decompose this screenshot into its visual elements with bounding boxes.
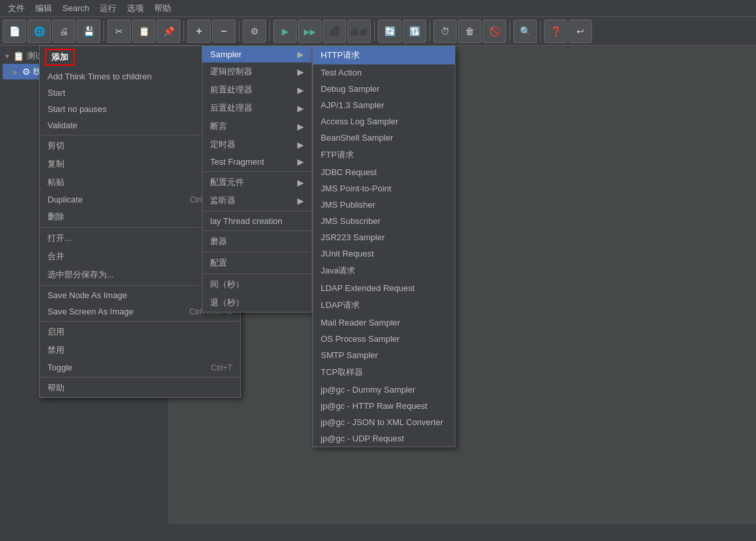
sampler-jms-sub[interactable]: JMS Subscriber bbox=[313, 213, 455, 229]
stop2-button[interactable] bbox=[347, 20, 371, 43]
sampler-smtp[interactable]: SMTP Sampler bbox=[313, 347, 455, 363]
listener-arrow: ▶ bbox=[297, 196, 304, 206]
stop-button[interactable] bbox=[323, 20, 346, 43]
timer-button[interactable] bbox=[433, 20, 457, 43]
arrow-button[interactable] bbox=[569, 20, 592, 43]
sampler-mail-label: Mail Reader Sampler bbox=[321, 318, 400, 327]
sampler-jpgc-json[interactable]: jp@gc - JSON to XML Converter bbox=[313, 414, 455, 430]
ctx-enable[interactable]: 启用 bbox=[40, 323, 240, 341]
sampler-jsr223-label: JSR223 Sampler bbox=[321, 232, 385, 242]
sampler-jpgc-http-raw[interactable]: jp@gc - HTTP Raw Request bbox=[313, 398, 455, 414]
new-button[interactable] bbox=[3, 20, 26, 43]
ctx-toggle-shortcut: Ctrl+T bbox=[211, 363, 232, 372]
sampler-jdbc-label: JDBC Request bbox=[321, 167, 377, 177]
menu-help[interactable]: 帮助 bbox=[149, 1, 176, 16]
sampler-jdbc[interactable]: JDBC Request bbox=[313, 164, 455, 180]
expand-arrow2: ▶ bbox=[13, 68, 22, 76]
play-button[interactable] bbox=[273, 20, 297, 43]
ctx-enable-label: 启用 bbox=[47, 326, 64, 338]
paste-button[interactable] bbox=[157, 20, 180, 43]
sampler-tcp-label: TCP取样器 bbox=[321, 367, 363, 378]
add-testfragment[interactable]: Test Fragment ▶ bbox=[202, 154, 312, 170]
add-tui[interactable]: 退（秒） bbox=[202, 294, 312, 312]
add-sampler[interactable]: Sampler ▶ bbox=[202, 46, 312, 62]
add-peizhi-label: 配置 bbox=[210, 257, 227, 269]
clearall-button[interactable] bbox=[483, 20, 506, 43]
add-post[interactable]: 后置处理器 ▶ bbox=[202, 99, 312, 117]
add-timer[interactable]: 定时器 ▶ bbox=[202, 135, 312, 154]
add-jian[interactable]: 间（秒） bbox=[202, 275, 312, 294]
sampler-jms-p2p[interactable]: JMS Point-to-Point bbox=[313, 180, 455, 197]
ctx-help[interactable]: 帮助 bbox=[40, 379, 240, 397]
sampler-ldap[interactable]: LDAP请求 bbox=[313, 296, 455, 314]
add-logic[interactable]: 逻辑控制器 ▶ bbox=[202, 62, 312, 81]
threadgroup-icon: ⚙ bbox=[22, 66, 31, 77]
add-lay[interactable]: lay Thread creation bbox=[202, 213, 312, 229]
open-icon bbox=[34, 25, 45, 37]
sampler-mail[interactable]: Mail Reader Sampler bbox=[313, 314, 455, 331]
sampler-jsr223[interactable]: JSR223 Sampler bbox=[313, 229, 455, 245]
ctx-disable-label: 禁用 bbox=[47, 344, 64, 356]
ctx-merge-label: 合并 bbox=[47, 251, 64, 262]
menubar: 文件 编辑 Search 运行 选项 帮助 bbox=[0, 0, 756, 17]
remote2-button[interactable] bbox=[403, 20, 426, 43]
browse-button[interactable] bbox=[513, 20, 537, 43]
menu-search[interactable]: Search bbox=[57, 2, 94, 14]
sampler-smtp-label: SMTP Sampler bbox=[321, 350, 378, 360]
ctx-copy-label: 复制 bbox=[47, 158, 64, 170]
sampler-ajp[interactable]: AJP/1.3 Sampler bbox=[313, 97, 455, 113]
add-config[interactable]: 配置元件 ▶ bbox=[202, 173, 312, 191]
copy-button[interactable] bbox=[132, 20, 155, 43]
help-button[interactable] bbox=[544, 20, 567, 43]
ctx-save-screen-label: Save Screen As Image bbox=[47, 307, 133, 316]
ctx-disable[interactable]: 禁用 bbox=[40, 341, 240, 359]
sep7 bbox=[509, 21, 510, 41]
sampler-tcp[interactable]: TCP取样器 bbox=[313, 363, 455, 381]
add-peizhi[interactable]: 配置 bbox=[202, 254, 312, 272]
sampler-access-log[interactable]: Access Log Sampler bbox=[313, 113, 455, 130]
add-sampler-label: Sampler bbox=[210, 49, 241, 59]
open-button[interactable] bbox=[27, 20, 51, 43]
toolbar bbox=[0, 17, 756, 46]
play2-icon bbox=[304, 25, 316, 37]
clear-button[interactable] bbox=[458, 20, 481, 43]
sampler-os[interactable]: OS Process Sampler bbox=[313, 331, 455, 347]
add-moqi[interactable]: 磨器 bbox=[202, 232, 312, 251]
add-assert[interactable]: 断言 ▶ bbox=[202, 117, 312, 135]
remote-button[interactable] bbox=[378, 20, 401, 43]
sampler-jms-pub[interactable]: JMS Publisher bbox=[313, 197, 455, 213]
ctx-toggle[interactable]: Toggle Ctrl+T bbox=[40, 359, 240, 376]
sampler-test-action[interactable]: Test Action bbox=[313, 64, 455, 81]
add-listener[interactable]: 监听器 ▶ bbox=[202, 191, 312, 210]
play2-button[interactable] bbox=[298, 20, 321, 43]
sampler-beanshell[interactable]: BeanShell Sampler bbox=[313, 130, 455, 146]
sampler-jpgc-dummy[interactable]: jp@gc - Dummy Sampler bbox=[313, 381, 455, 398]
expand-button[interactable] bbox=[187, 20, 211, 43]
shrink-button[interactable] bbox=[212, 20, 236, 43]
menu-edit[interactable]: 编辑 bbox=[30, 1, 57, 16]
sampler-jpgc-udp[interactable]: jp@gc - UDP Request bbox=[313, 430, 455, 447]
sep4 bbox=[269, 21, 270, 41]
add-pre[interactable]: 前置处理器 ▶ bbox=[202, 81, 312, 99]
sampler-debug[interactable]: Debug Sampler bbox=[313, 81, 455, 97]
sampler-jpgc-dummy-label: jp@gc - Dummy Sampler bbox=[321, 385, 415, 395]
ctx-duplicate-label: Duplicate bbox=[47, 195, 83, 204]
sampler-java[interactable]: Java请求 bbox=[313, 262, 455, 280]
new-icon bbox=[9, 25, 20, 37]
print-button[interactable] bbox=[52, 20, 75, 43]
menu-file[interactable]: 文件 bbox=[3, 1, 30, 16]
sampler-junit-label: JUnit Request bbox=[321, 249, 374, 258]
menu-options[interactable]: 选项 bbox=[122, 1, 149, 16]
menu-run[interactable]: 运行 bbox=[94, 1, 122, 16]
save-button[interactable] bbox=[77, 20, 100, 43]
sampler-ldap-ext[interactable]: LDAP Extended Request bbox=[313, 280, 455, 296]
sampler-ldap-ext-label: LDAP Extended Request bbox=[321, 283, 414, 293]
config-arrow: ▶ bbox=[297, 178, 304, 187]
cut-button[interactable] bbox=[107, 20, 131, 43]
logic-arrow: ▶ bbox=[297, 67, 304, 77]
config-button[interactable] bbox=[243, 20, 266, 43]
sampler-ftp[interactable]: FTP请求 bbox=[313, 146, 455, 164]
testfragment-arrow: ▶ bbox=[297, 157, 304, 167]
sampler-junit[interactable]: JUnit Request bbox=[313, 245, 455, 262]
sampler-http[interactable]: HTTP请求 bbox=[313, 46, 455, 64]
